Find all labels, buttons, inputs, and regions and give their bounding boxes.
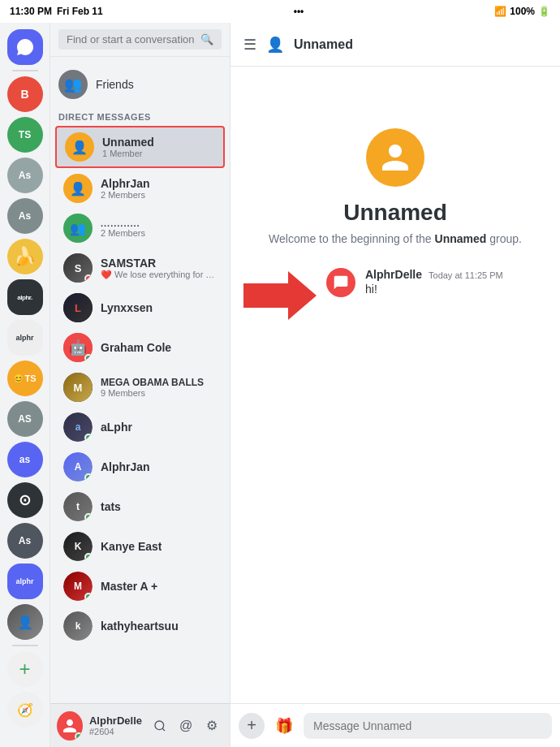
server-icon-as4[interactable]: as (7, 442, 43, 477)
user-actions: @ ⚙ (149, 715, 223, 737)
dm-info-kanye: Kanye East (101, 540, 162, 553)
dm-item-megaobama[interactable]: M MEGA OBAMA BALLS 9 Members (55, 368, 225, 407)
gift-button[interactable]: 🎁 (271, 713, 297, 739)
status-center: ••• (294, 6, 304, 17)
server-divider (12, 70, 38, 71)
status-bar: 11:30 PM Fri Feb 11 ••• 📶 100% 🔋 (0, 0, 560, 23)
server-sidebar: B TS As As 🍌 alphr. alphr 😊TS AS as ⊙ As… (0, 23, 50, 747)
dm-item-lynxxsen[interactable]: L Lynxxsen (55, 288, 225, 327)
dm-name-mastera: Master A + (101, 580, 157, 593)
dm-info-unnamed: Unnamed 1 Member (102, 136, 154, 158)
date: Fri Feb 11 (57, 6, 103, 17)
dm-avatar-alphrjan2: A (63, 452, 93, 481)
dm-info-lynxxsen: Lynxxsen (101, 301, 153, 314)
server-icon-home[interactable] (7, 29, 43, 65)
server-icon-userphoto[interactable]: 👤 (7, 604, 43, 640)
welcome-desc: Welcome to the beginning of the Unnamed … (269, 232, 522, 245)
chat-welcome: Unnamed Welcome to the beginning of the … (243, 80, 547, 261)
dm-item-kanye[interactable]: K Kanye East (55, 527, 225, 566)
dm-name-kanye: Kanye East (101, 540, 162, 553)
discover-button[interactable]: 🧭 (7, 692, 43, 728)
server-icon-as5[interactable]: As (7, 523, 43, 559)
welcome-title: Unnamed (343, 200, 447, 226)
dm-item-unnamed[interactable]: 👤 Unnamed 1 Member (55, 126, 225, 168)
welcome-avatar (366, 128, 424, 187)
dm-info-tats: tats (101, 500, 121, 513)
user-settings-button[interactable]: ⚙ (200, 715, 223, 737)
dm-item-samstar[interactable]: S SAMSTAR ❤️ We lose everything for the.… (55, 248, 225, 287)
add-server-button[interactable]: + (7, 651, 43, 687)
dm-name-alphr-user: aLphr (101, 421, 132, 434)
dm-search-area: Find or start a conversation 🔍 (50, 23, 230, 57)
dm-avatar-megaobama: M (63, 373, 93, 402)
dm-info-kathy: kathyheartsuu (101, 620, 179, 633)
dm-sub-samstar: ❤️ We lose everything for the... (101, 270, 217, 280)
dm-name-alphrjan2: AlphrJan (101, 460, 150, 473)
dm-info-samstar: SAMSTAR ❤️ We lose everything for the... (101, 257, 217, 280)
chat-input[interactable] (304, 713, 552, 739)
server-divider2 (12, 645, 38, 646)
dm-item-alphrjan1[interactable]: 👤 AlphrJan 2 Members (55, 169, 225, 208)
battery: 100% (510, 6, 535, 17)
user-name: AlphrDelle (89, 715, 142, 727)
add-attachment-button[interactable]: + (239, 713, 265, 739)
dm-item-dots[interactable]: 👥 ............ 2 Members (55, 209, 225, 248)
status-left: 11:30 PM Fri Feb 11 (10, 6, 103, 17)
dm-search-input[interactable]: Find or start a conversation 🔍 (58, 29, 222, 50)
dm-item-kathy[interactable]: k kathyheartsuu (55, 607, 225, 646)
dm-info-alphrjan1: AlphrJan 2 Members (101, 177, 150, 200)
dm-name-megaobama: MEGA OBAMA BALLS (101, 377, 204, 388)
chat-header-person-icon: 👤 (266, 36, 284, 54)
dm-avatar-alphr-user: a (63, 412, 93, 442)
dm-info-graham: Graham Cole (101, 341, 171, 354)
user-at-button[interactable]: @ (174, 715, 197, 737)
hamburger-menu[interactable]: ☰ (243, 36, 256, 54)
dm-name-graham: Graham Cole (101, 341, 171, 354)
msg-avatar (326, 268, 355, 297)
dm-item-alphrjan2[interactable]: A AlphrJan (55, 447, 225, 486)
dm-item-tats[interactable]: t tats (55, 487, 225, 526)
dm-info-alphrjan2: AlphrJan (101, 460, 150, 473)
server-icon-alphr2[interactable]: alphr (7, 320, 43, 356)
message-row: AlphrDelle Today at 11:25 PM hi! (326, 268, 547, 297)
server-icon-b[interactable]: B (7, 76, 43, 112)
chat-input-bar: + 🎁 (230, 703, 560, 747)
wifi-icon: 📶 (494, 6, 506, 17)
dm-avatar-kathy: k (63, 611, 93, 641)
user-discriminator: #2604 (89, 727, 142, 736)
chat-area: ☰ 👤 Unnamed Unnamed Welcome to the begin… (230, 23, 560, 747)
dm-sub-alphrjan1: 2 Members (101, 190, 150, 200)
dm-name-dots: ............ (101, 218, 145, 228)
message-with-arrow: AlphrDelle Today at 11:25 PM hi! (243, 268, 547, 320)
dm-item-graham[interactable]: 🤖 Graham Cole (55, 328, 225, 367)
dm-avatar-mastera: M (63, 572, 93, 601)
dm-avatar-graham: 🤖 (63, 333, 93, 362)
dm-name-kathy: kathyheartsuu (101, 620, 179, 633)
server-icon-as3[interactable]: AS (7, 401, 43, 437)
server-icon-ts2[interactable]: 😊TS (7, 361, 43, 396)
server-icon-record[interactable]: ⊙ (7, 482, 43, 518)
status-right: 📶 100% 🔋 (494, 6, 550, 17)
dm-item-mastera[interactable]: M Master A + (55, 567, 225, 606)
user-search-button[interactable] (149, 715, 171, 737)
dm-item-alphr-user[interactable]: a aLphr (55, 408, 225, 447)
dm-info-megaobama: MEGA OBAMA BALLS 9 Members (101, 377, 204, 398)
friends-item[interactable]: 👥 Friends (50, 63, 230, 106)
server-icon-pill[interactable]: 🍌 (7, 239, 43, 274)
server-icon-alphr-logo[interactable]: alphr. (7, 279, 43, 315)
server-icon-as2[interactable]: As (7, 198, 43, 234)
server-icon-as1[interactable]: As (7, 158, 43, 193)
msg-text: hi! (365, 283, 503, 296)
search-placeholder: Find or start a conversation (67, 33, 195, 45)
dm-name-alphrjan1: AlphrJan (101, 177, 150, 190)
dm-section-label: DIRECT MESSAGES (50, 106, 230, 125)
server-icon-alphr3[interactable]: alphr (7, 563, 43, 599)
user-bar-left: AlphrDelle #2604 @ ⚙ (50, 703, 230, 747)
dm-sub-unnamed: 1 Member (102, 149, 154, 158)
dm-avatar-alphrjan1: 👤 (63, 174, 93, 203)
svg-point-2 (155, 721, 164, 730)
dm-list: 👥 Friends DIRECT MESSAGES 👤 Unnamed 1 Me… (50, 57, 230, 703)
dm-avatar-samstar: S (63, 253, 93, 283)
server-icon-ts[interactable]: TS (7, 117, 43, 153)
dm-avatar-lynxxsen: L (63, 293, 93, 322)
